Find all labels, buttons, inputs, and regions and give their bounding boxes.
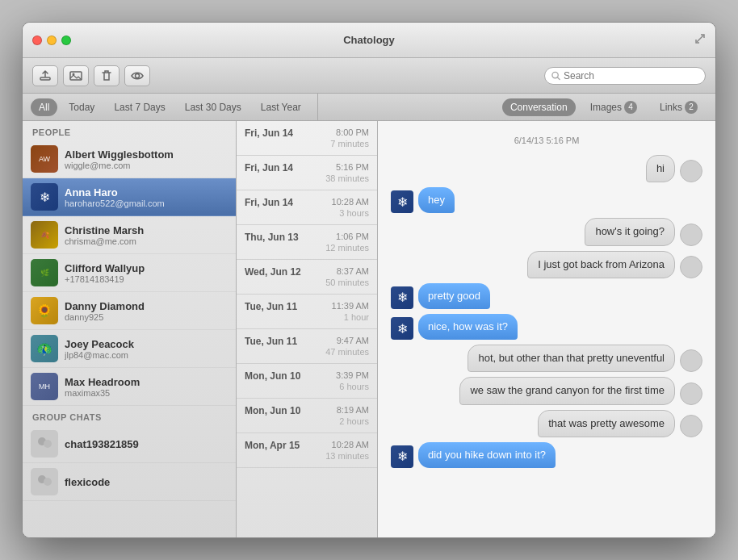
- bubble-2: hey: [418, 187, 455, 213]
- filter-last7[interactable]: Last 7 Days: [106, 98, 173, 116]
- eye-icon: [131, 69, 144, 82]
- export-button[interactable]: [32, 65, 58, 86]
- avatar-them-5: ❄: [391, 286, 413, 309]
- avatar-them-10: ❄: [391, 445, 413, 468]
- avatar-me-8: [680, 382, 702, 405]
- bubble-9: that was pretty awesome: [538, 410, 675, 437]
- view-filters: Conversation Images 4 Links 2: [493, 98, 715, 116]
- export-icon: [39, 69, 52, 82]
- close-button[interactable]: [32, 36, 42, 45]
- contact-clifford[interactable]: 🌿 Clifford Wallyup +17814183419: [23, 254, 236, 292]
- convo-6[interactable]: 9:47 AM Tue, Jun 11 47 minutes: [237, 329, 377, 364]
- chat-messages: 6/14/13 5:16 PM hi ❄ hey how's it going?: [378, 121, 715, 537]
- contact-name-max: Max Headroom: [65, 376, 228, 388]
- search-box[interactable]: [544, 67, 706, 85]
- delete-button[interactable]: [94, 65, 120, 86]
- convo-time-3: 1:06 PM: [336, 232, 369, 241]
- contact-info-danny: Danny Diamond danny925: [65, 300, 228, 322]
- avatar-me-9: [680, 415, 702, 437]
- message-row-1: hi: [391, 155, 702, 182]
- search-input[interactable]: [564, 70, 698, 81]
- filter-today[interactable]: Today: [61, 98, 103, 116]
- links-badge: 2: [685, 101, 698, 114]
- minimize-button[interactable]: [47, 36, 57, 45]
- avatar-me-4: [680, 256, 702, 278]
- toolbar: [23, 58, 715, 94]
- group-chat-1[interactable]: chat193821859: [23, 425, 236, 463]
- trash-icon: [100, 69, 113, 82]
- chat-panel: 6/14/13 5:16 PM hi ❄ hey how's it going?: [378, 121, 715, 537]
- convo-ago-0: 7 minutes: [245, 139, 369, 148]
- convo-time-2: 10:28 AM: [332, 197, 369, 207]
- convo-1[interactable]: 5:16 PM Fri, Jun 14 38 minutes: [237, 156, 377, 190]
- contact-max[interactable]: MH Max Headroom maximax35: [23, 368, 236, 406]
- convo-8[interactable]: 8:19 AM Mon, Jun 10 2 hours: [237, 399, 377, 433]
- photo-button[interactable]: [63, 65, 89, 86]
- contact-email-max: maximax35: [65, 388, 228, 398]
- svg-line-0: [697, 36, 703, 42]
- contact-email-danny: danny925: [65, 312, 228, 322]
- contact-danny[interactable]: 🌻 Danny Diamond danny925: [23, 292, 236, 330]
- filter-lastyear[interactable]: Last Year: [253, 98, 309, 116]
- contact-info-anna: Anna Haro haroharo522@gmail.com: [65, 186, 228, 208]
- contact-name-christine: Christine Marsh: [65, 224, 228, 236]
- images-badge: 4: [624, 101, 637, 114]
- bubble-3: how's it going?: [585, 218, 675, 245]
- filter-images[interactable]: Images 4: [582, 98, 645, 116]
- contact-name-clifford: Clifford Wallyup: [65, 262, 228, 274]
- contact-info-joey: Joey Peacock jlp84@mac.com: [65, 338, 228, 360]
- svg-point-4: [136, 73, 140, 77]
- group-name-2: flexicode: [65, 476, 228, 488]
- message-row-7: hot, but other than that pretty uneventf…: [391, 345, 702, 372]
- group-info-2: flexicode: [65, 476, 228, 488]
- avatar-danny: 🌻: [31, 297, 58, 324]
- bubble-10: did you hike down into it?: [418, 442, 556, 468]
- message-row-8: we saw the grand canyon for the first ti…: [391, 377, 702, 404]
- bubble-5: pretty good: [418, 283, 490, 309]
- convo-4[interactable]: 8:37 AM Wed, Jun 12 50 minutes: [237, 260, 377, 295]
- convo-time-4: 8:37 AM: [337, 266, 369, 276]
- search-icon: [551, 71, 560, 81]
- contact-info-christine: Christine Marsh chrisma@me.com: [65, 224, 228, 246]
- filter-all[interactable]: All: [31, 98, 57, 116]
- filter-conversation[interactable]: Conversation: [502, 98, 576, 116]
- people-section-header: PEOPLE: [23, 121, 236, 140]
- contact-albert[interactable]: AW Albert Wigglesbottom wiggle@me.com: [23, 140, 236, 178]
- message-row-10: ❄ did you hike down into it?: [391, 442, 702, 468]
- convo-time-1: 5:16 PM: [336, 162, 369, 172]
- avatar-joey: 🦚: [31, 335, 58, 362]
- preview-button[interactable]: [124, 65, 150, 86]
- convo-9[interactable]: 10:28 AM Mon, Apr 15 13 minutes: [237, 433, 377, 468]
- convo-3[interactable]: 1:06 PM Thu, Jun 13 12 minutes: [237, 225, 377, 260]
- convo-2[interactable]: 10:28 AM Fri, Jun 14 3 hours: [237, 190, 377, 225]
- avatar-max: MH: [31, 373, 58, 400]
- contact-email-joey: jlp84@mac.com: [65, 350, 228, 360]
- convo-ago-1: 38 minutes: [245, 173, 369, 183]
- group-avatar-1: [31, 430, 58, 458]
- bubble-1: hi: [646, 155, 675, 182]
- group-info-1: chat193821859: [65, 438, 228, 450]
- filter-links[interactable]: Links 2: [652, 98, 706, 116]
- svg-line-6: [557, 77, 560, 79]
- contact-email-christine: chrisma@me.com: [65, 236, 228, 246]
- avatar-anna: ❄: [31, 183, 58, 211]
- contact-anna[interactable]: ❄ Anna Haro haroharo522@gmail.com: [23, 178, 236, 216]
- convo-0[interactable]: 8:00 PM Fri, Jun 14 7 minutes: [237, 121, 377, 156]
- window-title: Chatology: [343, 34, 395, 46]
- middle-panel: 8:00 PM Fri, Jun 14 7 minutes 5:16 PM Fr…: [237, 121, 378, 537]
- avatar-albert: AW: [31, 145, 58, 173]
- contact-joey[interactable]: 🦚 Joey Peacock jlp84@mac.com: [23, 330, 236, 368]
- resize-icon[interactable]: [694, 33, 706, 48]
- maximize-button[interactable]: [61, 36, 71, 45]
- filter-last30[interactable]: Last 30 Days: [177, 98, 249, 116]
- photo-icon: [69, 69, 82, 82]
- group-name-1: chat193821859: [65, 438, 228, 450]
- contact-christine[interactable]: 🍂 Christine Marsh chrisma@me.com: [23, 216, 236, 254]
- convo-7[interactable]: 3:39 PM Mon, Jun 10 6 hours: [237, 364, 377, 399]
- filter-bar: All Today Last 7 Days Last 30 Days Last …: [23, 94, 715, 121]
- contact-email-anna: haroharo522@gmail.com: [65, 199, 228, 208]
- convo-5[interactable]: 11:39 AM Tue, Jun 11 1 hour: [237, 295, 377, 329]
- convo-ago-9: 13 minutes: [245, 451, 369, 461]
- avatar-me-7: [680, 349, 702, 372]
- group-chat-2[interactable]: flexicode: [23, 463, 236, 501]
